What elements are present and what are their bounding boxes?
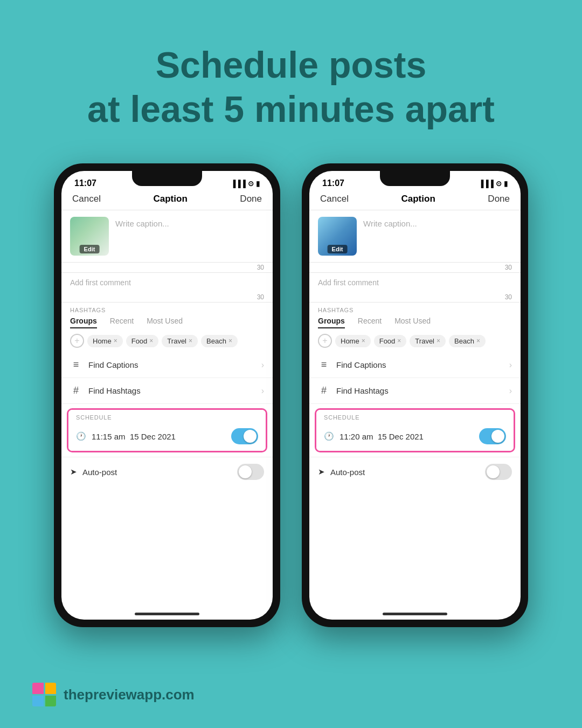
schedule-row-right: 🕐 11:20 am 15 Dec 2021	[316, 423, 514, 451]
autopost-row-left: ➤ Auto-post	[61, 457, 273, 486]
home-indicator-right	[383, 613, 447, 615]
autopost-row-right: ➤ Auto-post	[309, 457, 521, 486]
hashtags-label-right: HASHTAGS	[318, 307, 512, 313]
captions-chevron-left: ›	[261, 360, 264, 370]
post-thumbnail-left: Edit	[70, 217, 109, 256]
done-button-left[interactable]: Done	[240, 194, 262, 204]
schedule-time-left: 11:15 am 15 Dec 2021	[92, 432, 176, 441]
caption-header-right: Cancel Caption Done	[309, 190, 521, 210]
autopost-icon-right: ➤	[318, 467, 325, 477]
logo-q2	[45, 683, 57, 694]
caption-header-left: Cancel Caption Done	[61, 190, 273, 210]
schedule-time-right: 11:20 am 15 Dec 2021	[340, 432, 424, 441]
schedule-label-left: SCHEDULE	[68, 410, 266, 423]
add-tag-right[interactable]: +	[318, 334, 332, 348]
find-captions-label-right: Find Captions	[336, 360, 386, 369]
home-indicator-left	[135, 613, 199, 615]
hashtags-chevron-left: ›	[261, 386, 264, 396]
autopost-icon-left: ➤	[70, 467, 77, 477]
autopost-label-left: Auto-post	[82, 468, 117, 477]
hashtags-icon-right: #	[318, 385, 330, 396]
signal-icon-right: ▐▐▐	[479, 180, 494, 188]
autopost-toggle-left[interactable]	[237, 464, 264, 480]
post-thumbnail-right: Edit	[318, 217, 357, 256]
tag-travel-right[interactable]: Travel ×	[410, 335, 446, 347]
edit-label-right[interactable]: Edit	[328, 245, 348, 253]
branding: thepreviewapp.com	[32, 683, 195, 706]
battery-icon-right: ▮	[504, 180, 508, 188]
tab-groups-left[interactable]: Groups	[70, 317, 97, 328]
cancel-button-left[interactable]: Cancel	[72, 194, 101, 204]
comment-char-left: 30	[61, 292, 273, 303]
hashtags-chevron-right: ›	[509, 386, 512, 396]
tab-groups-right[interactable]: Groups	[318, 317, 345, 328]
tag-food-left[interactable]: Food ×	[126, 335, 159, 347]
status-icons-left: ▐▐▐ ⊙ ▮	[231, 180, 260, 188]
hashtags-label-left: HASHTAGS	[70, 307, 264, 313]
hashtags-icon-left: #	[70, 385, 82, 396]
hashtag-tabs-right: Groups Recent Most Used	[318, 317, 512, 328]
hashtag-tags-left: + Home × Food × Travel × Beach ×	[70, 334, 264, 348]
phone-right-notch	[380, 171, 450, 186]
caption-placeholder-right[interactable]: Write caption...	[363, 217, 417, 256]
status-time-right: 11:07	[322, 178, 344, 188]
phone-right: 11:07 ▐▐▐ ⊙ ▮ Cancel Caption Done Edit W…	[302, 163, 528, 627]
find-hashtags-label-left: Find Hashtags	[88, 386, 141, 395]
captions-icon-right: ≡	[318, 359, 330, 370]
tab-mostused-left[interactable]: Most Used	[147, 317, 183, 328]
logo-q4	[45, 696, 57, 707]
headline-line1: Schedule posts at least 5 minutes apart	[0, 43, 582, 131]
find-hashtags-label-right: Find Hashtags	[336, 386, 389, 395]
status-time-left: 11:07	[74, 178, 96, 188]
done-button-right[interactable]: Done	[488, 194, 510, 204]
schedule-section-left: SCHEDULE 🕐 11:15 am 15 Dec 2021	[67, 408, 267, 452]
find-captions-left[interactable]: ≡ Find Captions ›	[61, 352, 273, 378]
hashtags-section-right: HASHTAGS Groups Recent Most Used + Home …	[309, 303, 521, 352]
schedule-section-right: SCHEDULE 🕐 11:20 am 15 Dec 2021	[315, 408, 515, 452]
phone-left: 11:07 ▐▐▐ ⊙ ▮ Cancel Caption Done Edit W…	[54, 163, 280, 627]
schedule-toggle-left[interactable]	[231, 428, 258, 444]
tag-home-left[interactable]: Home ×	[87, 335, 123, 347]
caption-placeholder-left[interactable]: Write caption...	[115, 217, 169, 256]
autopost-label-right: Auto-post	[330, 468, 365, 477]
edit-label-left[interactable]: Edit	[80, 245, 100, 253]
comment-area-left[interactable]: Add first comment	[61, 273, 273, 292]
battery-icon: ▮	[256, 180, 260, 188]
clock-icon-left: 🕐	[76, 431, 86, 441]
headline: Schedule posts at least 5 minutes apart	[0, 0, 582, 153]
tag-beach-left[interactable]: Beach ×	[201, 335, 238, 347]
schedule-toggle-right[interactable]	[479, 428, 506, 444]
caption-title-left: Caption	[154, 194, 188, 204]
hashtags-section-left: HASHTAGS Groups Recent Most Used + Home …	[61, 303, 273, 352]
add-tag-left[interactable]: +	[70, 334, 84, 348]
hashtag-tags-right: + Home × Food × Travel × Beach ×	[318, 334, 512, 348]
captions-chevron-right: ›	[509, 360, 512, 370]
caption-char-count-left: 30	[61, 263, 273, 273]
phone-left-notch	[132, 171, 202, 186]
cancel-button-right[interactable]: Cancel	[320, 194, 349, 204]
find-captions-label-left: Find Captions	[88, 360, 138, 369]
signal-icon: ▐▐▐	[231, 180, 246, 188]
logo-q1	[32, 683, 44, 694]
hashtag-tabs-left: Groups Recent Most Used	[70, 317, 264, 328]
phones-container: 11:07 ▐▐▐ ⊙ ▮ Cancel Caption Done Edit W…	[0, 163, 582, 627]
tab-mostused-right[interactable]: Most Used	[394, 317, 431, 328]
find-captions-right[interactable]: ≡ Find Captions ›	[309, 352, 521, 378]
tag-food-right[interactable]: Food ×	[374, 335, 407, 347]
tag-beach-right[interactable]: Beach ×	[449, 335, 486, 347]
tag-home-right[interactable]: Home ×	[335, 335, 371, 347]
schedule-row-left: 🕐 11:15 am 15 Dec 2021	[68, 423, 266, 451]
caption-area-left: Edit Write caption...	[61, 210, 273, 263]
schedule-label-right: SCHEDULE	[316, 410, 514, 423]
wifi-icon-right: ⊙	[496, 180, 502, 188]
caption-title-right: Caption	[401, 194, 435, 204]
autopost-toggle-right[interactable]	[485, 464, 512, 480]
tag-travel-left[interactable]: Travel ×	[162, 335, 198, 347]
comment-area-right[interactable]: Add first comment	[309, 273, 521, 292]
caption-area-right: Edit Write caption...	[309, 210, 521, 263]
find-hashtags-right[interactable]: # Find Hashtags ›	[309, 378, 521, 404]
tab-recent-right[interactable]: Recent	[358, 317, 382, 328]
wifi-icon: ⊙	[248, 180, 254, 188]
find-hashtags-left[interactable]: # Find Hashtags ›	[61, 378, 273, 404]
tab-recent-left[interactable]: Recent	[110, 317, 134, 328]
